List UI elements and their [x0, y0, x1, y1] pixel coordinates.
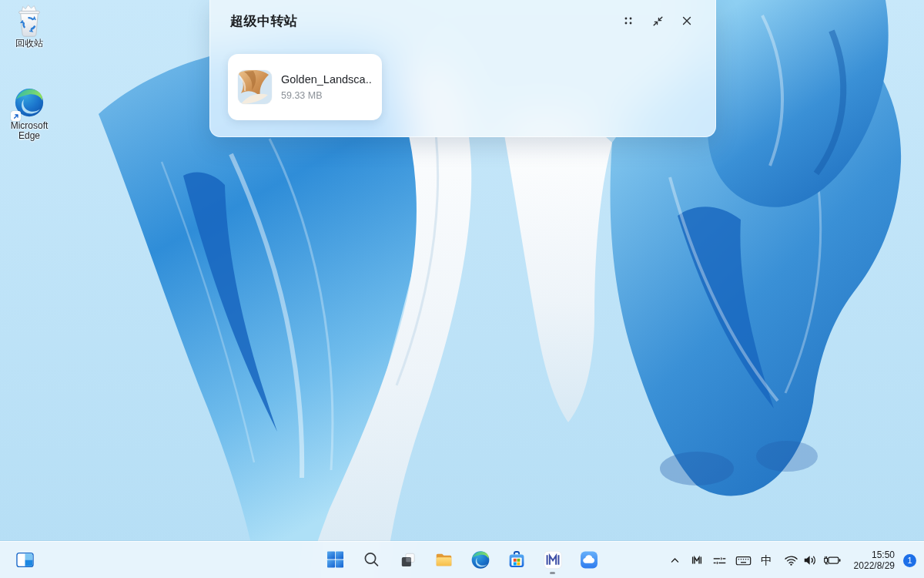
file-name: Golden_Landsca...	[281, 73, 373, 86]
recycle-bin-icon	[14, 3, 45, 38]
file-explorer-icon	[434, 549, 454, 570]
cloud-icon	[579, 550, 598, 570]
m-app-tray-button[interactable]	[686, 545, 708, 576]
file-explorer-button[interactable]	[429, 544, 460, 575]
collapse-button[interactable]	[646, 9, 669, 32]
notification-badge[interactable]: 1	[903, 554, 916, 567]
taskbar: 中	[0, 541, 924, 578]
clock[interactable]: 15:50 2022/8/29	[848, 549, 898, 572]
desktop-icon-recycle-bin[interactable]: 回收站	[2, 3, 57, 49]
desktop: 回收站 Microsoft Edge 超级中转站	[0, 0, 924, 578]
running-indicator	[550, 572, 555, 574]
shortcut-arrow-icon	[11, 111, 21, 121]
chevron-up-icon	[670, 556, 680, 566]
touch-keyboard-button[interactable]	[732, 545, 755, 576]
widgets-icon	[15, 549, 35, 570]
search-icon	[363, 550, 381, 569]
battery-charging-icon	[822, 554, 842, 566]
file-size: 59.33 MB	[281, 90, 373, 101]
wifi-icon	[784, 554, 798, 566]
close-icon	[681, 15, 693, 27]
grid-dots-icon	[622, 15, 634, 27]
desktop-icon-label: Microsoft Edge	[2, 121, 56, 141]
file-card[interactable]: Golden_Landsca... 59.33 MB	[228, 54, 382, 120]
panel-title: 超级中转站	[230, 12, 617, 30]
m-app-icon	[543, 550, 562, 570]
golden-landscape-thumbnail	[238, 70, 272, 104]
start-button[interactable]	[320, 544, 351, 575]
more-button[interactable]	[617, 9, 640, 32]
panel-window-controls	[617, 9, 698, 32]
file-meta: Golden_Landsca... 59.33 MB	[281, 73, 373, 101]
quick-settings-button[interactable]	[708, 545, 732, 576]
ime-indicator: 中	[761, 553, 772, 568]
edge-button[interactable]	[465, 544, 496, 575]
widgets-button[interactable]	[8, 544, 42, 575]
panel-header: 超级中转站	[210, 0, 715, 42]
m-app-button[interactable]	[537, 544, 568, 575]
search-button[interactable]	[357, 544, 387, 575]
system-tray: 中	[665, 543, 919, 577]
sliders-icon	[712, 554, 727, 567]
desktop-icon-edge[interactable]: Microsoft Edge	[2, 86, 57, 141]
ime-indicator-button[interactable]: 中	[756, 545, 778, 576]
clock-time: 15:50	[854, 549, 895, 561]
task-view-button[interactable]	[393, 544, 424, 575]
network-volume-battery-button[interactable]	[778, 545, 847, 576]
show-hidden-icons-button[interactable]	[665, 545, 685, 576]
desktop-icon-list: 回收站 Microsoft Edge	[2, 3, 57, 141]
clock-date: 2022/8/29	[854, 560, 895, 572]
task-view-icon	[398, 550, 417, 570]
transfer-station-panel: 超级中转站	[209, 0, 716, 137]
edge-icon	[470, 550, 490, 570]
cloud-app-button[interactable]	[574, 544, 604, 575]
close-button[interactable]	[675, 9, 698, 32]
collapse-icon	[651, 15, 665, 28]
touch-keyboard-icon	[735, 554, 752, 567]
m-app-tray-icon	[690, 553, 704, 567]
volume-icon	[803, 554, 818, 566]
start-icon	[326, 550, 345, 569]
taskbar-app-icons	[320, 544, 604, 575]
microsoft-store-button[interactable]	[501, 544, 532, 575]
store-icon	[507, 550, 526, 570]
desktop-icon-label: 回收站	[15, 39, 43, 49]
